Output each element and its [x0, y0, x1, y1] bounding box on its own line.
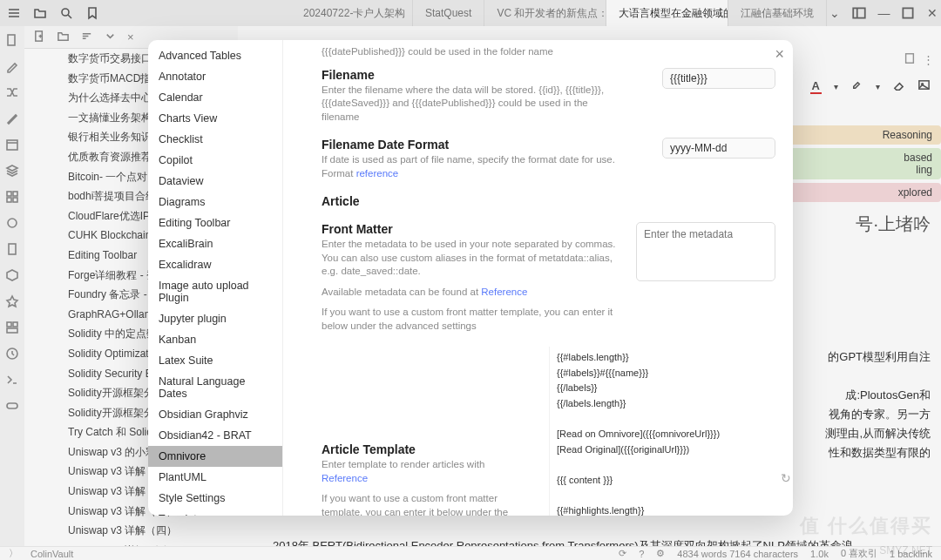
plugin-item[interactable]: Diagrams: [148, 192, 282, 213]
setting-desc: Enter the metadata to be used in your no…: [322, 238, 618, 279]
reset-icon[interactable]: ↻: [781, 469, 791, 488]
plugin-item[interactable]: Copilot: [148, 150, 282, 171]
plugin-item[interactable]: Annotator: [148, 66, 282, 87]
plugin-item[interactable]: Editing Toolbar: [148, 213, 282, 233]
setting-title: Front Matter: [322, 222, 618, 236]
setting-desc: If you want to use a custom front matter…: [322, 492, 531, 516]
filename-input[interactable]: [662, 68, 775, 89]
sync-icon[interactable]: ⟳: [619, 548, 626, 559]
word-count: 4834 words 7164 characters: [677, 549, 798, 559]
template-code[interactable]: {{#labels.length}} {{#labels}}#{{{name}}…: [549, 347, 775, 516]
setting-desc: Available metadata can be found at Refer…: [322, 286, 618, 300]
plugin-item[interactable]: Checklist: [148, 129, 282, 150]
settings-icon[interactable]: ⚙: [656, 548, 665, 559]
plugin-item[interactable]: Obsidian42 - BRAT: [148, 425, 282, 446]
plugin-item[interactable]: Image auto upload Plugin: [148, 275, 282, 308]
status-bar: 〉 ColinVault ⟳ ? ⚙ 4834 words 7164 chara…: [0, 546, 941, 560]
setting-title: Article: [322, 194, 775, 208]
plugin-list[interactable]: Advanced TablesAnnotatorCalendarCharts V…: [148, 40, 283, 516]
likes: 0 喜欢引: [841, 547, 877, 560]
setting-desc: Enter the filename where the data will b…: [322, 84, 618, 125]
plugin-item[interactable]: Natural Language Dates: [148, 371, 282, 404]
frontmatter-input[interactable]: [636, 222, 775, 281]
watermark: SMYZ.NET: [879, 544, 932, 557]
help-icon[interactable]: ?: [639, 549, 644, 559]
dateformat-input[interactable]: [662, 138, 775, 159]
plugin-item[interactable]: Dataview: [148, 171, 282, 192]
plugin-item[interactable]: Calendar: [148, 87, 282, 108]
reference-link[interactable]: Reference: [322, 473, 368, 483]
reference-link[interactable]: Reference: [481, 287, 527, 297]
plugin-item[interactable]: Jupyter plugin: [148, 308, 282, 329]
settings-pane[interactable]: {{{datePublished}}} could be used in the…: [283, 40, 793, 516]
plugin-item[interactable]: Obsidian Graphviz: [148, 404, 282, 425]
plugin-item[interactable]: Kanban: [148, 329, 282, 350]
setting-title: Article Template: [322, 442, 531, 456]
vault-name[interactable]: ColinVault: [30, 549, 73, 559]
settings-modal: × Advanced TablesAnnotatorCalendarCharts…: [148, 40, 793, 516]
plugin-item[interactable]: PlantUML: [148, 467, 282, 488]
setting-title: Filename: [322, 68, 618, 82]
plugin-item[interactable]: Charts View: [148, 108, 282, 129]
chevron-icon[interactable]: 〉: [9, 547, 18, 560]
watermark: 值 什么值得买: [800, 513, 932, 539]
plugin-item[interactable]: Omnivore: [148, 446, 282, 467]
plugin-item[interactable]: Style Settings: [148, 488, 282, 509]
hint: {{{datePublished}}} could be used in the…: [322, 45, 618, 59]
reference-link[interactable]: reference: [356, 168, 399, 179]
setting-desc: If you want to use a custom front matter…: [322, 306, 618, 333]
plugin-item[interactable]: Excalidraw: [148, 254, 282, 275]
plugin-item[interactable]: Latex Suite: [148, 350, 282, 371]
plugin-item[interactable]: Advanced Tables: [148, 45, 282, 66]
plugin-item[interactable]: Templater: [148, 509, 282, 516]
modal-close-icon[interactable]: ×: [775, 45, 784, 64]
views: 1.0k: [810, 549, 829, 559]
plugin-item[interactable]: ExcaliBrain: [148, 233, 282, 254]
setting-title: Filename Date Format: [322, 138, 618, 152]
setting-desc: If date is used as part of file name, sp…: [322, 153, 618, 180]
setting-desc: Enter template to render articles with R…: [322, 458, 531, 485]
